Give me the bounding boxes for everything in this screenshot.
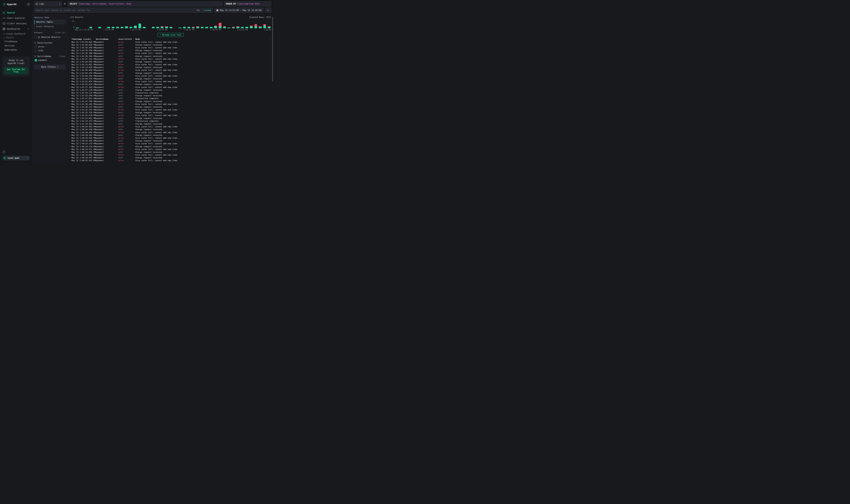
sidebar-item-dashboards[interactable]: Dashboards [0,26,32,32]
log-row[interactable]: › May 15 1:42:13.019 PM payment info Cha… [69,66,273,69]
log-row[interactable]: › May 15 1:42:04.392 PM payment error Vi… [69,74,273,77]
column-resize-handle[interactable]: ⋮ [92,38,94,40]
filter-option-error[interactable]: error [35,45,66,49]
histogram-bar[interactable] [196,20,200,28]
log-row[interactable]: › May 15 1:41:14.361 PM payment info Cha… [69,122,273,125]
row-expand-chevron-icon[interactable]: › [69,112,72,113]
log-row[interactable]: › May 15 1:42:50.834 PM payment info Cha… [69,43,273,46]
log-row[interactable]: › May 15 1:40:26.445 PM payment error Vi… [69,137,273,139]
row-expand-chevron-icon[interactable]: › [69,72,72,74]
row-expand-chevron-icon[interactable]: › [69,140,72,142]
source-settings-gear-icon[interactable]: ⚙ [64,2,66,5]
histogram-bar[interactable] [200,20,204,28]
log-row[interactable]: › May 15 1:40:38.462 PM payment info Cha… [69,134,273,137]
row-expand-chevron-icon[interactable]: › [69,47,72,49]
histogram-bar[interactable] [258,20,263,28]
log-row[interactable]: › May 15 1:42:50.843 PM payment error Vi… [69,41,273,43]
log-row[interactable]: › May 15 1:41:47.823 PM payment info Tra… [69,97,273,100]
source-select[interactable]: Logs [34,1,62,6]
log-row[interactable]: › May 15 1:41:25.370 PM payment info Cha… [69,111,273,114]
row-expand-chevron-icon[interactable]: › [69,160,72,161]
log-row[interactable]: › May 15 1:40:44.546 PM payment info Cha… [69,128,273,131]
log-row[interactable]: › May 15 1:40:24.214 PM payment info Cha… [69,145,273,148]
row-expand-chevron-icon[interactable]: › [69,78,72,80]
histogram-bar[interactable] [106,20,111,28]
histogram-bar[interactable] [93,20,97,28]
histogram-bar[interactable] [182,20,187,28]
histogram-bar[interactable] [142,20,146,28]
row-expand-chevron-icon[interactable]: › [69,55,72,57]
histogram-bar[interactable] [191,20,196,28]
log-row[interactable]: › May 15 1:42:01.814 PM payment info Cha… [69,83,273,86]
row-expand-chevron-icon[interactable]: › [69,97,72,100]
log-row[interactable]: › May 15 1:42:04.376 PM payment info Cha… [69,77,273,80]
histogram-bar[interactable] [84,20,89,28]
column-resize-handle[interactable]: ⋮ [115,38,117,40]
log-row[interactable]: › May 15 1:42:26.920 PM payment info Cha… [69,60,273,63]
log-row[interactable]: › May 15 1:41:53.260 PM payment info Cha… [69,94,273,97]
sidebar-item-search[interactable]: Search [0,10,32,15]
row-expand-chevron-icon[interactable]: › [69,106,72,108]
row-expand-chevron-icon[interactable]: › [69,126,72,128]
preset-kubernetes[interactable]: Kubernetes [0,48,32,52]
row-expand-chevron-icon[interactable]: › [69,120,72,122]
date-range-picker[interactable]: May 15 13:32:00 - May 15 13:43:00 [214,8,264,13]
vertical-scrollbar[interactable] [272,17,273,82]
magnifier-icon[interactable] [34,55,36,57]
histogram-bar[interactable] [111,20,115,28]
row-expand-chevron-icon[interactable]: › [69,86,72,88]
log-row[interactable]: › May 15 1:42:43.336 PM payment info Cha… [69,49,273,52]
histogram-bar[interactable] [164,20,169,28]
row-expand-chevron-icon[interactable]: › [69,67,72,68]
histogram-bar[interactable] [254,20,258,28]
histogram-bar[interactable] [97,20,102,28]
preset-clickhouse[interactable]: Clickhouse [0,39,32,43]
row-expand-chevron-icon[interactable]: › [69,109,72,111]
row-expand-chevron-icon[interactable]: › [69,83,72,85]
row-expand-chevron-icon[interactable]: › [69,103,72,105]
log-row[interactable]: › May 15 1:41:30.275 PM payment info Cha… [69,106,273,108]
histogram-bar[interactable] [138,20,142,28]
log-row[interactable]: › May 15 1:41:57.183 PM payment error Vi… [69,86,273,89]
row-expand-chevron-icon[interactable]: › [69,75,72,77]
histogram-bar[interactable] [169,20,173,28]
mode-event-patterns[interactable]: Event Patterns [34,24,66,29]
row-expand-chevron-icon[interactable]: › [69,64,72,66]
row-expand-chevron-icon[interactable]: › [69,52,72,54]
more-filters-button[interactable]: More filters [34,65,66,69]
row-expand-chevron-icon[interactable]: › [69,148,72,150]
histogram-bar[interactable] [120,20,124,28]
log-row[interactable]: › May 15 1:40:38.466 PM payment error Vi… [69,131,273,134]
histogram-bar[interactable] [204,20,209,28]
histogram-bar[interactable] [245,20,249,28]
row-expand-chevron-icon[interactable]: › [69,154,72,156]
histogram-bar[interactable] [80,20,84,28]
row-expand-chevron-icon[interactable]: › [69,41,72,43]
log-row[interactable]: › May 15 1:41:14.373 PM payment info Tra… [69,120,273,122]
log-row[interactable]: › May 15 1:42:43.360 PM payment error Vi… [69,46,273,49]
filter-option-info[interactable]: info [35,49,66,53]
row-expand-chevron-icon[interactable]: › [69,101,72,102]
column-header-servicename[interactable]: ServiceName [96,38,108,40]
histogram-bar[interactable] [156,20,160,28]
clear-all-filters-link[interactable]: Clear all [55,32,66,34]
histogram-bar[interactable] [89,20,93,28]
log-row[interactable]: › May 15 1:42:36.184 PM payment info Cha… [69,55,273,57]
log-row[interactable]: › May 15 1:40:14.505 PM payment info Cha… [69,151,273,154]
resume-live-tail-button[interactable]: ⚡ Resume Live Tail [158,33,184,37]
column-header-body[interactable]: Body [135,38,140,40]
denoise-results-checkbox[interactable]: Denoise Results [34,35,66,39]
log-row[interactable]: › May 15 1:41:25.373 PM payment error Vi… [69,108,273,111]
log-row[interactable]: › May 15 1:41:47.766 PM payment info Cha… [69,100,273,103]
events-histogram[interactable]: 12 0 May 15 1:32:00 PM1:33:45 PM1:35:15 … [68,19,273,31]
row-expand-chevron-icon[interactable]: › [69,69,72,71]
sidebar-item-client-sessions[interactable]: Client Sessions [0,21,32,26]
row-expand-chevron-icon[interactable]: › [69,95,72,96]
row-expand-chevron-icon[interactable]: › [69,118,72,119]
histogram-bar[interactable] [222,20,227,28]
row-expand-chevron-icon[interactable]: › [69,80,72,83]
log-row[interactable]: › May 15 1:41:57.178 PM payment info Cha… [69,89,273,91]
histogram-bar[interactable] [124,20,129,28]
histogram-bar[interactable] [133,20,138,28]
log-row[interactable]: › May 15 1:41:21.678 PM payment error Vi… [69,114,273,117]
